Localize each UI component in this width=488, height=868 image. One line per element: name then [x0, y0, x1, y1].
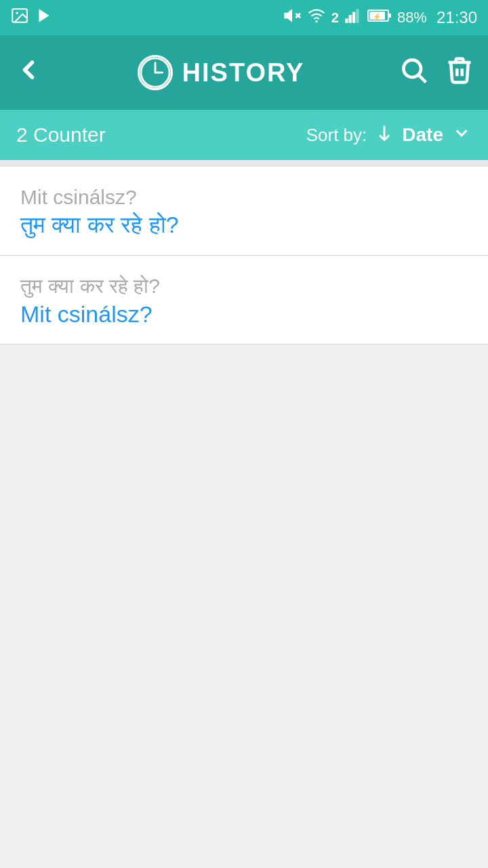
battery-percent: 88%	[397, 9, 427, 26]
mute-icon	[283, 7, 302, 28]
dropdown-arrow-icon[interactable]	[451, 123, 472, 148]
svg-point-1	[16, 12, 18, 14]
counter-label: 2 Counter	[16, 123, 106, 146]
signal-icon	[344, 7, 362, 28]
svg-marker-3	[285, 10, 291, 20]
history-list: Mit csinálsz? तुम क्या कर रहे हो? तुम क्…	[0, 167, 488, 344]
empty-space	[0, 344, 488, 868]
sort-value: Date	[402, 124, 443, 146]
svg-rect-13	[388, 14, 391, 18]
sort-section[interactable]: Sort by: Date	[306, 123, 472, 148]
svg-rect-9	[352, 12, 355, 23]
time-display: 21:30	[436, 8, 477, 27]
item-2-translation: Mit csinálsz?	[20, 301, 468, 328]
status-bar-right: 2 ⚡ 88% 21:30	[283, 7, 477, 28]
clock-icon	[138, 55, 173, 90]
svg-text:⚡: ⚡	[373, 12, 382, 21]
svg-line-19	[419, 75, 426, 82]
search-button[interactable]	[399, 55, 428, 91]
svg-point-18	[403, 60, 421, 77]
back-button[interactable]	[14, 55, 43, 91]
item-1-translation: तुम क्या कर रहे हो?	[20, 212, 468, 239]
item-1-source: Mit csinálsz?	[20, 186, 468, 209]
item-2-source: तुम क्या कर रहे हो?	[20, 275, 468, 298]
svg-rect-10	[356, 9, 359, 23]
sim-number: 2	[331, 10, 339, 26]
svg-marker-2	[39, 9, 49, 22]
app-bar: HISTORY	[0, 35, 488, 110]
status-bar: 2 ⚡ 88% 21:30	[0, 0, 488, 35]
wifi-icon	[307, 7, 326, 28]
filter-bar: 2 Counter Sort by: Date	[0, 110, 488, 160]
svg-rect-7	[345, 18, 348, 23]
svg-point-6	[315, 20, 317, 22]
sort-by-label: Sort by:	[306, 125, 367, 146]
history-item-1[interactable]: Mit csinálsz? तुम क्या कर रहे हो?	[0, 167, 488, 256]
status-bar-left	[11, 7, 53, 28]
app-bar-center: HISTORY	[138, 55, 305, 90]
battery-icon: ⚡	[367, 7, 392, 28]
sort-arrow-icon	[375, 123, 394, 147]
history-item-2[interactable]: तुम क्या कर रहे हो? Mit csinálsz?	[0, 256, 488, 344]
app-bar-title: HISTORY	[182, 58, 305, 87]
svg-rect-8	[348, 15, 351, 23]
svg-point-15	[141, 58, 169, 87]
image-icon	[11, 7, 28, 28]
play-icon	[35, 7, 53, 28]
delete-button[interactable]	[445, 55, 474, 91]
